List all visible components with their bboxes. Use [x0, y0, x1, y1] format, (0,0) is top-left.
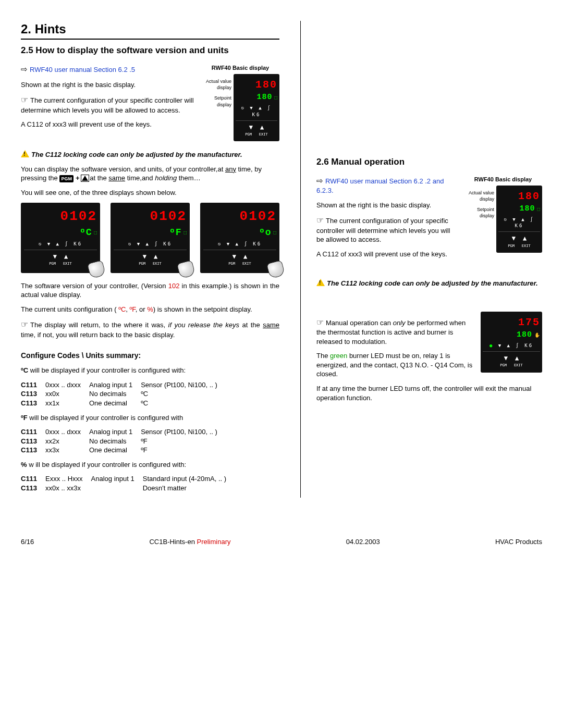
table-row: C1110xxx .. dxxxAnalog input 1Sensor (Pt… — [21, 427, 226, 437]
hand-icon: ⬚ — [275, 94, 277, 101]
up-button-icon: ▲ — [523, 234, 527, 242]
codes-table-celsius: C1110xxx .. dxxxAnalog input 1Sensor (Pt… — [21, 380, 226, 408]
table-row: C113xx0xNo decimalsºC — [21, 389, 226, 399]
software-version-instruction: You can display the software version, an… — [21, 165, 279, 183]
section-2-5-heading: 2.5 How to display the software version … — [21, 45, 279, 57]
t: The — [316, 352, 330, 360]
hand-icon: ⬚ — [94, 229, 97, 236]
setpoint-display: 180 — [257, 92, 273, 103]
basic-display-figure-right: RWF40 Basic display Actual value display… — [464, 176, 542, 253]
pgm-label: PGM — [245, 132, 252, 137]
display-fahrenheit: 0102 ºF⬚ ⎋ ▼ ▲ ∫ K6 ▼▲ PGMEXIT — [111, 203, 190, 273]
basic-display-figure: RWF40 Basic display Actual value display… — [201, 64, 279, 141]
actual-value-display: 0102 — [60, 207, 97, 226]
config-note: The current configuration of your specif… — [316, 217, 450, 243]
see-three-displays: You will see one, of the three displays … — [21, 188, 279, 198]
manual-link-25[interactable]: RWF40 user manual Section 6.2 .5 — [30, 66, 135, 73]
setpoint-label: Setpoint display — [464, 206, 494, 219]
exit-label: EXIT — [259, 132, 268, 137]
units-config-paragraph: The current units configuration ( ºC, ºF… — [21, 305, 279, 314]
setpoint-display: 180 — [520, 204, 535, 214]
right-column: 2.6 Manual operation RWF40 Basic display… — [316, 21, 542, 498]
c112-lock-warning: The C112 locking code can only be adjust… — [327, 279, 538, 287]
device-caption: RWF40 Basic display — [464, 176, 542, 183]
t: green — [330, 352, 347, 360]
arrow-icon: ⇨ — [21, 64, 28, 75]
pgm-label: PGM — [508, 244, 515, 249]
down-button-icon: ▼ — [232, 252, 236, 261]
table-row: C113xx0x .. xx3xDoesn't matter — [21, 484, 235, 493]
display-return-paragraph: ☞The display will return, to the where i… — [21, 319, 279, 339]
t: ) is shown in the setpoint display. — [153, 305, 252, 313]
exit-label: EXIT — [153, 262, 162, 266]
exit-label: EXIT — [63, 262, 72, 266]
t: , or — [136, 305, 147, 313]
exit-label: EXIT — [522, 244, 531, 249]
status-icons-row: ⎋ ▼ ▲ ∫ K6 — [24, 239, 97, 249]
p-intro: % w ill be displayed if your controller … — [21, 460, 279, 470]
c-intro: ºC will be displayed if your controller … — [21, 366, 279, 375]
table-row: C113xx1xOne decimalºC — [21, 399, 226, 408]
t: You can display the software version, an… — [21, 165, 225, 173]
actual-value-label: Actual value display — [201, 78, 231, 91]
setpoint-display: ºo — [259, 226, 272, 239]
f-intro: ºF will be displayed if your controller … — [21, 413, 279, 423]
left-column: 2. Hints 2.5 How to display the software… — [21, 21, 285, 498]
table-row: C111Exxx .. HxxxAnalog input 1Standard i… — [21, 474, 235, 484]
pgm-key-icon: PGM — [59, 175, 74, 182]
up-key-icon — [82, 176, 88, 181]
up-button-icon: ▲ — [64, 252, 68, 261]
status-icons-row: ⎋ ▼ ▲ ∫ K6 — [498, 215, 540, 230]
up-button-icon: ▲ — [515, 354, 519, 362]
unit-c: ºC — [118, 305, 126, 313]
rwf40-device: 180 180⬚ ⎋ ▼ ▲ ∫ K6 ▼▲ PGMEXIT — [234, 74, 279, 141]
down-button-icon: ▼ — [249, 123, 253, 131]
setpoint-display: 180 — [517, 330, 532, 340]
pgm-label: PGM — [228, 262, 235, 266]
footer-brand: HVAC Products — [495, 537, 542, 547]
actual-value-display: 175 — [518, 315, 540, 329]
t: ºC — [21, 366, 28, 374]
t: time,and — [125, 174, 155, 182]
t: , — [126, 305, 129, 313]
table-row: C113xx2xNo decimalsºF — [21, 437, 226, 446]
t: any — [225, 165, 236, 173]
pointing-hand-icon: ☞ — [21, 95, 28, 104]
t: holding — [155, 174, 177, 182]
config-note: The current configuration of your specif… — [21, 96, 194, 114]
version-number: 102 — [168, 282, 180, 290]
t: will be displayed if your controller is … — [28, 366, 186, 374]
t: at the — [239, 321, 263, 329]
t: ºF — [21, 414, 28, 422]
down-button-icon: ▼ — [512, 234, 516, 242]
status-icons-row: ⎋ ▼ ▲ ∫ K6 — [236, 103, 277, 119]
setpoint-display: ºF — [169, 226, 182, 239]
manual-link-26[interactable]: RWF40 user manual Section 6.2 .2 and 6.2… — [316, 177, 444, 194]
unit-pct: % — [147, 305, 153, 313]
up-button-icon: ▲ — [260, 123, 264, 131]
warning-icon — [21, 150, 29, 157]
actual-value-display: 0102 — [150, 207, 187, 226]
actual-value-display: 180 — [255, 78, 277, 92]
status-icons-row: ⎋ ▼ ▲ ∫ K6 — [203, 239, 276, 249]
display-celsius: 0102 ºC⬚ ⎋ ▼ ▲ ∫ K6 ▼▲ PGMEXIT — [21, 203, 100, 273]
doc-id: CC1B-Hints-en Preliminary — [149, 537, 230, 547]
unit-f: ºF — [130, 305, 136, 313]
up-button-icon: ▲ — [154, 252, 157, 261]
c112-lock-warning: The C112 locking code can only be adjust… — [31, 151, 242, 158]
manual-mode-device: 175 180✋ ● ▼ ▲ ∫ K6 ▼▲ PGMEXIT — [481, 312, 542, 373]
down-button-icon: ▼ — [143, 252, 146, 261]
setpoint-display: ºC — [80, 226, 92, 239]
warning-icon — [316, 279, 325, 286]
t: % — [21, 461, 27, 468]
three-displays-row: 0102 ºC⬚ ⎋ ▼ ▲ ∫ K6 ▼▲ PGMEXIT 0102 ºF⬚ … — [21, 203, 279, 273]
codes-table-percent: C111Exxx .. HxxxAnalog input 1Standard i… — [21, 474, 235, 492]
display-percent: 0102 ºo⬚ ⎋ ▼ ▲ ∫ K6 ▼▲ PGMEXIT — [200, 203, 279, 273]
burner-off-paragraph: If at any time the burner LED turns off,… — [316, 384, 542, 402]
table-row: C113xx3xOne decimalºF — [21, 446, 226, 455]
setpoint-label: Setpoint display — [201, 95, 231, 107]
exit-label: EXIT — [514, 363, 523, 368]
page-footer: 6/16 CC1B-Hints-en Preliminary 04.02.200… — [21, 534, 542, 547]
t: The current units configuration ( — [21, 305, 118, 313]
t: same — [108, 174, 125, 182]
